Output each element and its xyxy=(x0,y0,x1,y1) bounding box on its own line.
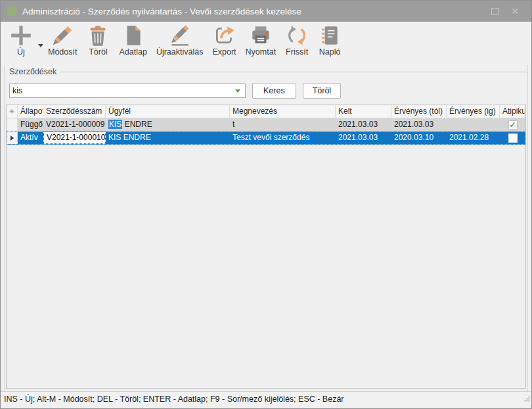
column-header-dated[interactable]: Kelt xyxy=(336,105,391,118)
cell-description[interactable]: Teszt vevői szerződés xyxy=(230,132,336,144)
toolbar-button-export[interactable]: Export xyxy=(208,23,240,57)
column-header-status[interactable]: Állapot xyxy=(18,105,43,118)
column-header-atypical[interactable]: Atipiku xyxy=(500,105,525,118)
cell-description[interactable]: t xyxy=(230,118,336,131)
group-divider xyxy=(60,72,527,72)
maximize-icon xyxy=(491,8,499,15)
cell-contract-no-focused[interactable]: V2021-1-000010 xyxy=(43,132,106,144)
cell-client[interactable]: KIS ENDRE xyxy=(106,118,230,131)
checkbox-checked-icon: ✓ xyxy=(508,120,518,130)
window-title: Adminisztráció - Szerződés nyilvántartás… xyxy=(22,7,485,16)
column-header-selector[interactable]: ✳ xyxy=(7,105,18,118)
maximize-button[interactable] xyxy=(485,3,505,20)
row-gutter[interactable] xyxy=(7,118,18,131)
pencil-line-icon xyxy=(168,24,192,47)
plus-icon xyxy=(9,24,33,47)
table-row-selected[interactable]: Aktív V2021-1-000010 KIS ENDRE Teszt vev… xyxy=(7,132,525,145)
resize-grip-icon[interactable] xyxy=(524,393,530,404)
column-header-valid-from[interactable]: Érvényes (tól) xyxy=(391,105,447,118)
toolbar-button-export-label: Export xyxy=(212,47,236,57)
search-row: Keres Töröl xyxy=(9,83,527,99)
grid-empty-area xyxy=(7,145,525,388)
column-header-contract-no[interactable]: Szerződésszám xyxy=(43,105,106,118)
toolbar-button-refresh[interactable]: Frissít xyxy=(280,23,313,57)
column-header-client[interactable]: Ügyfél xyxy=(106,105,230,118)
toolbar-button-new[interactable]: Új xyxy=(5,23,37,57)
pencil-icon xyxy=(51,24,74,47)
column-header-description[interactable]: Megnevezés xyxy=(230,105,336,118)
search-combo[interactable] xyxy=(9,84,246,98)
combo-dropdown-icon[interactable] xyxy=(235,89,240,93)
toolbar-button-datasheet-label: Adatlap xyxy=(119,47,146,57)
toolbar-button-delete-label: Töröl xyxy=(89,47,107,57)
current-row-indicator-icon xyxy=(11,135,14,141)
contracts-panel: Szerződések Keres Töröl ✳ Állapot Szerző… xyxy=(4,65,528,391)
toolbar-button-reactivate[interactable]: Újraaktiválás xyxy=(152,23,208,57)
toolbar-button-modify[interactable]: Módosít xyxy=(43,23,81,57)
cell-status[interactable]: Aktív xyxy=(18,132,43,144)
printer-icon xyxy=(249,24,273,47)
cell-atypical-checkbox[interactable] xyxy=(500,132,525,144)
toolbar-button-datasheet[interactable]: Adatlap xyxy=(114,23,151,57)
cell-contract-no[interactable]: V2021-1-000009 xyxy=(43,118,106,131)
toolbar-button-log[interactable]: Napló xyxy=(313,23,346,57)
cell-status[interactable]: Függő xyxy=(18,118,43,131)
close-button[interactable]: ✕ xyxy=(505,3,525,20)
grid-header-row: ✳ Állapot Szerződésszám Ügyfél Megnevezé… xyxy=(7,105,525,118)
journal-icon xyxy=(318,24,342,47)
close-icon: ✕ xyxy=(511,7,519,16)
cell-dated[interactable]: 2021.03.03 xyxy=(336,132,391,144)
toolbar-button-new-group: Új xyxy=(5,23,43,57)
toolbar-button-reactivate-label: Újraaktiválás xyxy=(156,47,204,57)
contracts-grid: ✳ Állapot Szerződésszám Ügyfél Megnevezé… xyxy=(6,105,526,389)
status-hint: INS - Új; Alt-M - Módosít; DEL - Töröl; … xyxy=(4,395,344,404)
cell-client[interactable]: KIS ENDRE xyxy=(106,132,230,144)
cell-valid-to[interactable]: 2021.02.28 xyxy=(447,132,500,144)
checkbox-unchecked-icon xyxy=(508,133,518,143)
toolbar-button-print[interactable]: Nyomtat xyxy=(241,23,281,57)
status-bar: INS - Új; Alt-M - Módosít; DEL - Töröl; … xyxy=(1,391,531,406)
new-dropdown-arrow-icon[interactable] xyxy=(38,44,43,47)
cell-valid-from[interactable]: 2020.03.10 xyxy=(391,132,447,144)
document-icon xyxy=(122,24,145,47)
cell-valid-to[interactable] xyxy=(447,118,500,131)
row-gutter[interactable] xyxy=(7,132,18,144)
client-rest: ENDRE xyxy=(122,120,152,129)
application-window: Adminisztráció - Szerződés nyilvántartás… xyxy=(0,0,532,409)
cell-valid-from[interactable]: 2021.03.03 xyxy=(391,118,447,131)
clear-button[interactable]: Töröl xyxy=(303,83,341,99)
toolbar-button-refresh-label: Frissít xyxy=(286,47,308,57)
search-button[interactable]: Keres xyxy=(252,83,296,99)
refresh-icon xyxy=(285,24,309,47)
export-arrow-icon xyxy=(213,24,236,47)
toolbar-button-modify-label: Módosít xyxy=(48,47,77,57)
column-header-valid-to[interactable]: Érvényes (ig) xyxy=(447,105,500,118)
cell-dated[interactable]: 2021.03.03 xyxy=(336,118,391,131)
trash-icon xyxy=(86,24,110,47)
group-label: Szerződések xyxy=(9,67,56,76)
toolbar-button-new-label: Új xyxy=(17,47,25,57)
search-input[interactable] xyxy=(10,84,235,97)
group-box-header: Szerződések xyxy=(5,66,527,77)
toolbar-button-print-label: Nyomtat xyxy=(246,47,277,57)
search-match-highlight: KIS xyxy=(108,120,122,129)
toolbar-button-log-label: Napló xyxy=(319,47,341,57)
toolbar: Új Módosít xyxy=(1,22,531,65)
toolbar-button-delete[interactable]: Töröl xyxy=(81,23,114,57)
table-row[interactable]: Függő V2021-1-000009 KIS ENDRE t 2021.03… xyxy=(7,118,525,132)
title-bar[interactable]: Adminisztráció - Szerződés nyilvántartás… xyxy=(1,1,531,22)
app-icon xyxy=(7,7,16,16)
cell-atypical-checkbox[interactable]: ✓ xyxy=(500,118,525,131)
